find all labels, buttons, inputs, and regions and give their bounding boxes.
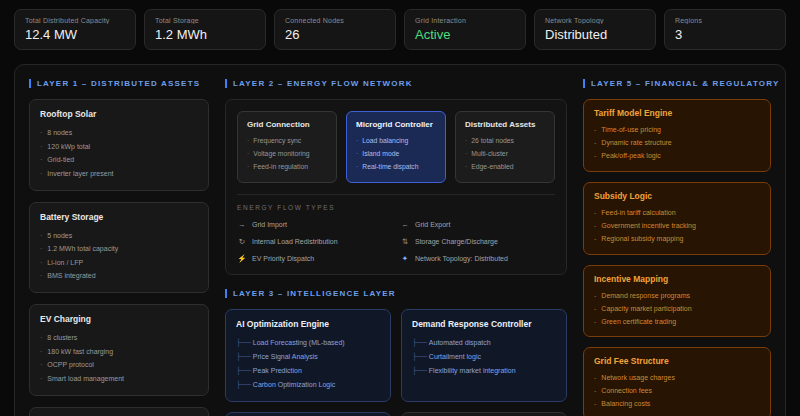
energy-flow-panel: Grid Connection Frequency sync Voltage m…	[225, 99, 567, 275]
card-battery-storage: Battery Storage 5 nodes 1.2 MWh total ca…	[29, 202, 209, 294]
card-title: EV Charging	[40, 314, 198, 324]
card-title: Battery Storage	[40, 212, 198, 222]
list-item: Government incentive tracking	[594, 220, 760, 233]
card-energy-trading-logic: Energy Trading Logic	[225, 412, 391, 416]
list-item: Li-ion / LFP	[40, 256, 198, 270]
list-item: Smart load management	[40, 372, 198, 386]
stat-label: Connected Nodes	[285, 17, 385, 24]
list-item: Island mode	[356, 148, 436, 161]
list-item: Dynamic rate structure	[594, 137, 760, 150]
topology-icon: ✦	[400, 254, 410, 263]
intelligence-grid: AI Optimization Engine Load Forecasting …	[225, 309, 567, 416]
layer2-column: LAYER 2 – ENERGY FLOW NETWORK Grid Conne…	[225, 77, 567, 416]
stat-network-topology: Network Topology Distributed	[534, 9, 656, 50]
flow-label: Storage Charge/Discharge	[415, 238, 498, 245]
list-item: Feed-in regulation	[247, 161, 327, 174]
flow-ev-priority-dispatch: ⚡ EV Priority Dispatch	[237, 254, 392, 263]
flow-label: Network Topology: Distributed	[415, 255, 508, 262]
flow-label: Internal Load Redistribution	[252, 238, 338, 245]
stat-label: Grid Interaction	[415, 17, 515, 24]
stat-total-storage: Total Storage 1.2 MWh	[144, 9, 266, 50]
card-title: Subsidy Logic	[594, 191, 760, 201]
flow-types-grid: → Grid Import ← Grid Export ↻ Internal L…	[237, 220, 555, 263]
card-subsidy-logic: Subsidy Logic Feed-in tariff calculation…	[583, 182, 771, 255]
node-title: Distributed Assets	[465, 120, 545, 129]
card-title: Grid Fee Structure	[594, 356, 760, 366]
node-row: Grid Connection Frequency sync Voltage m…	[237, 111, 555, 183]
tree-item: Peak Prediction	[236, 364, 380, 378]
node-distributed-assets[interactable]: Distributed Assets 26 total nodes Multi-…	[455, 111, 555, 183]
lightning-icon: ⚡	[237, 254, 247, 263]
card-demand-response-controller: Demand Response Controller Automated dis…	[401, 309, 567, 402]
list-item: 1.2 MWh total capacity	[40, 242, 198, 256]
list-item: 120 kWp total	[40, 140, 198, 154]
energy-flow-types: ENERGY FLOW TYPES → Grid Import ← Grid E…	[237, 194, 555, 263]
list-item: Connection fees	[594, 385, 760, 398]
dashboard-panel: LAYER 1 – DISTRIBUTED ASSETS Rooftop Sol…	[14, 64, 786, 416]
list-item: Demand response programs	[594, 290, 760, 303]
list-item: 8 nodes	[40, 126, 198, 140]
list-item: Peak/off-peak logic	[594, 150, 760, 163]
stats-bar: Total Distributed Capacity 12.4 MW Total…	[0, 0, 800, 50]
card-title: Incentive Mapping	[594, 274, 760, 284]
list-item: Load balancing	[356, 135, 436, 148]
card-title: Demand Response Controller	[412, 319, 556, 329]
list-item: Capacity market participation	[594, 303, 760, 316]
card-performance-metrics: Performance Metrics	[401, 412, 567, 416]
stat-connected-nodes: Connected Nodes 26	[274, 9, 396, 50]
list-item: Regional subsidy mapping	[594, 233, 760, 246]
flow-storage-charge-discharge: ⇅ Storage Charge/Discharge	[400, 237, 555, 246]
arrow-left-icon: ←	[400, 220, 410, 229]
card-title: AI Optimization Engine	[236, 319, 380, 329]
stat-label: Total Distributed Capacity	[25, 17, 125, 24]
list-item: Grid-tied	[40, 153, 198, 167]
node-title: Microgrid Controller	[356, 120, 436, 129]
stat-value: 12.4 MW	[25, 27, 125, 42]
layer1-header: LAYER 1 – DISTRIBUTED ASSETS	[29, 79, 209, 88]
stat-label: Regions	[675, 17, 775, 24]
card-grid-fee-structure: Grid Fee Structure Network usage charges…	[583, 347, 771, 416]
list-item: OCPP protocol	[40, 358, 198, 372]
flow-label: Grid Export	[415, 221, 450, 228]
flow-types-label: ENERGY FLOW TYPES	[237, 204, 555, 211]
flow-label: EV Priority Dispatch	[252, 255, 314, 262]
list-item: 8 clusters	[40, 331, 198, 345]
list-item: Inverter layer present	[40, 167, 198, 181]
flow-network-topology: ✦ Network Topology: Distributed	[400, 254, 555, 263]
list-item: 26 total nodes	[465, 135, 545, 148]
stat-value: Distributed	[545, 27, 645, 42]
flow-internal-redistribution: ↻ Internal Load Redistribution	[237, 237, 392, 246]
list-item: Network usage charges	[594, 372, 760, 385]
node-title: Grid Connection	[247, 120, 327, 129]
stat-value: 3	[675, 27, 775, 42]
card-smart-buildings: Smart Buildings 4 buildings	[29, 407, 209, 416]
list-item: Multi-cluster	[465, 148, 545, 161]
list-item: Frequency sync	[247, 135, 327, 148]
card-ai-optimization-engine: AI Optimization Engine Load Forecasting …	[225, 309, 391, 402]
card-rooftop-solar: Rooftop Solar 8 nodes 120 kWp total Grid…	[29, 99, 209, 191]
card-title: Tariff Model Engine	[594, 108, 760, 118]
stat-label: Network Topology	[545, 17, 645, 24]
node-grid-connection[interactable]: Grid Connection Frequency sync Voltage m…	[237, 111, 337, 183]
charge-discharge-icon: ⇅	[400, 237, 410, 246]
card-tariff-model-engine: Tariff Model Engine Time-of-use pricing …	[583, 99, 771, 172]
list-item: Feed-in tariff calculation	[594, 207, 760, 220]
list-item: Edge-enabled	[465, 161, 545, 174]
flow-grid-import: → Grid Import	[237, 220, 392, 229]
stat-value: 1.2 MWh	[155, 27, 255, 42]
stat-total-distributed-capacity: Total Distributed Capacity 12.4 MW	[14, 9, 136, 50]
card-incentive-mapping: Incentive Mapping Demand response progra…	[583, 265, 771, 338]
node-microgrid-controller[interactable]: Microgrid Controller Load balancing Isla…	[346, 111, 446, 183]
list-item: Time-of-use pricing	[594, 124, 760, 137]
stat-grid-interaction: Grid Interaction Active	[404, 9, 526, 50]
layer2-header: LAYER 2 – ENERGY FLOW NETWORK	[225, 79, 567, 88]
tree-item: Flexibility market integration	[412, 364, 556, 378]
list-item: 5 nodes	[40, 229, 198, 243]
list-item: 180 kW fast charging	[40, 345, 198, 359]
stat-regions: Regions 3	[664, 9, 786, 50]
arrow-right-icon: →	[237, 220, 247, 229]
list-item: Real-time dispatch	[356, 161, 436, 174]
card-ev-charging: EV Charging 8 clusters 180 kW fast charg…	[29, 304, 209, 396]
layer5-column: LAYER 5 – FINANCIAL & REGULATORY Tariff …	[583, 77, 771, 416]
layer5-header: LAYER 5 – FINANCIAL & REGULATORY	[583, 79, 771, 88]
